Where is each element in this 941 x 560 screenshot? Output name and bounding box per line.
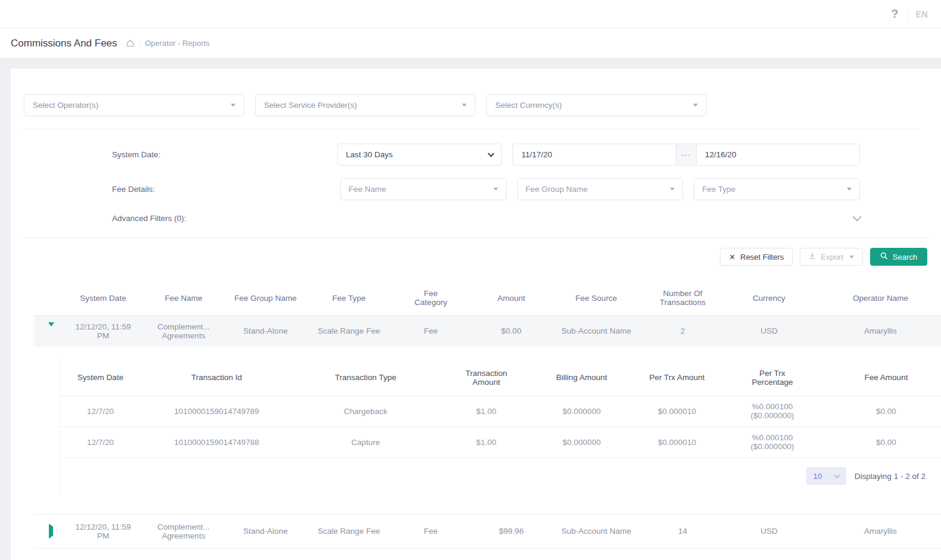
reset-filters-label: Reset Filters (740, 253, 784, 262)
col-header-transaction-id: Transaction Id (141, 360, 293, 396)
cell-transaction-id: 1010000159014749789 (141, 396, 293, 427)
col-header-number-of-transactions: Number Of Transactions (636, 281, 729, 315)
advanced-filters-expand-chevron-icon[interactable] (853, 213, 861, 221)
cell-fee-source: Sub-Account Name (556, 315, 636, 347)
close-icon: ✕ (729, 253, 735, 262)
fees-table: System Date Fee Name Fee Group Name Fee … (35, 281, 941, 347)
cell-operator-name: Amaryllis (809, 514, 941, 548)
cell-transaction-amount: $1.00 (439, 396, 534, 427)
col-header-system-date: System Date (60, 360, 141, 396)
advanced-filters-label: Advanced Filters (0): (112, 214, 187, 223)
cell-number-of-transactions: 2 (636, 315, 729, 347)
cell-transaction-type: Capture (293, 427, 439, 458)
date-from-input[interactable] (513, 144, 676, 166)
dashed-divider (24, 129, 917, 129)
cell-amount: $0.00 (467, 315, 556, 347)
cell-number-of-transactions: 14 (636, 514, 729, 548)
cell-system-date: 12/7/20 (60, 427, 141, 458)
fee-name-placeholder: Fee Name (349, 185, 386, 194)
advanced-filters-row: Advanced Filters (0): (112, 214, 860, 223)
date-to-input[interactable] (696, 144, 860, 166)
col-header-fee-amount: Fee Amount (820, 360, 941, 396)
fee-name-select[interactable]: Fee Name (340, 178, 507, 200)
chevron-down-icon (487, 150, 494, 157)
breadcrumb-separator: · (139, 40, 141, 47)
caret-down-icon (493, 188, 498, 191)
col-header-transaction-amount: Transaction Amount (439, 360, 534, 396)
currency-select[interactable]: Select Currency(s) (486, 94, 707, 116)
page-size-select[interactable]: 10 (806, 467, 846, 485)
col-header-system-date: System Date (67, 281, 139, 315)
cell-per-trx-amount: $0.000010 (629, 396, 725, 427)
reset-filters-button[interactable]: ✕ Reset Filters (720, 248, 793, 266)
col-header-per-trx-amount: Per Trx Amount (629, 360, 725, 396)
filter-row: Select Operator(s) Select Service Provid… (11, 94, 941, 116)
fees-table-continued: 12/12/20, 11:59 PM Complement... Agreeme… (35, 514, 941, 549)
date-range-preset-value: Last 30 Days (346, 150, 393, 159)
table-row[interactable]: 12/12/20, 11:59 PM Complement... Agreeme… (35, 315, 941, 347)
actions-toolbar: ✕ Reset Filters Export Search (11, 248, 927, 266)
page-size-value: 10 (813, 472, 822, 481)
cell-operator-name: Amaryllis (809, 315, 941, 347)
search-icon (880, 252, 888, 262)
cell-fee-category: Fee (395, 514, 467, 548)
cell-fee-amount: $0.00 (820, 427, 941, 458)
col-header-transaction-type: Transaction Type (293, 360, 439, 396)
cell-billing-amount: $0.000000 (534, 427, 629, 458)
col-header-fee-type: Fee Type (303, 281, 395, 315)
topbar-divider (907, 9, 908, 20)
system-date-label: System Date: (35, 150, 337, 159)
col-header-billing-amount: Billing Amount (534, 360, 629, 396)
cell-fee-group-name: Stand-Alone (228, 514, 303, 548)
fees-table-header-row: System Date Fee Name Fee Group Name Fee … (35, 281, 941, 315)
col-header-operator-name: Operator Name (809, 281, 941, 315)
expand-cell[interactable] (35, 514, 67, 548)
collapse-row-icon[interactable] (48, 322, 54, 335)
language-selector[interactable]: EN (916, 10, 928, 19)
page-content: Select Operator(s) Select Service Provid… (0, 58, 941, 560)
cell-transaction-id: 1010000159014749788 (141, 427, 293, 458)
cell-fee-amount: $0.00 (820, 396, 941, 427)
displaying-count-text: Displaying 1 - 2 of 2 (855, 472, 926, 481)
expand-column-header (35, 281, 67, 315)
search-button[interactable]: Search (870, 248, 927, 266)
col-header-amount: Amount (467, 281, 556, 315)
export-button[interactable]: Export (800, 248, 863, 266)
operator-select[interactable]: Select Operator(s) (24, 94, 244, 116)
cell-system-date: 12/12/20, 11:59 PM (67, 514, 139, 548)
caret-down-icon (847, 188, 852, 191)
date-range-group: ··· (513, 144, 860, 166)
table-row[interactable]: 12/12/20, 11:59 PM Complement... Agreeme… (35, 514, 941, 548)
download-icon (809, 252, 816, 262)
col-header-fee-category: Fee Category (395, 281, 467, 315)
caret-down-icon (849, 256, 854, 259)
date-range-picker-button[interactable]: ··· (676, 144, 697, 166)
cell-per-trx-percentage: %0.000100 ($0.000000) (725, 396, 820, 427)
col-header-fee-name: Fee Name (139, 281, 228, 315)
cell-fee-type: Scale Range Fee (303, 315, 395, 347)
fee-group-name-select[interactable]: Fee Group Name (517, 178, 684, 200)
chevron-down-icon (834, 472, 840, 478)
cell-fee-name: Complement... Agreements (139, 315, 228, 347)
transaction-detail-panel: System Date Transaction Id Transaction T… (60, 360, 941, 494)
expand-row-icon[interactable] (49, 524, 53, 539)
report-card: Select Operator(s) Select Service Provid… (11, 69, 941, 560)
cell-system-date: 12/12/20, 11:59 PM (67, 315, 139, 347)
fee-group-name-placeholder: Fee Group Name (526, 185, 588, 194)
cell-fee-name: Complement... Agreements (139, 514, 228, 548)
cell-currency: USD (729, 315, 809, 347)
col-header-currency: Currency (729, 281, 809, 315)
cell-per-trx-amount: $0.000010 (629, 427, 725, 458)
expand-cell[interactable] (35, 315, 67, 347)
fee-details-label: Fee Details: (35, 185, 340, 194)
caret-down-icon (693, 104, 698, 107)
date-range-preset-select[interactable]: Last 30 Days (337, 144, 502, 166)
fee-type-select[interactable]: Fee Type (694, 178, 860, 200)
fee-details-row: Fee Details: Fee Name Fee Group Name Fee… (35, 178, 860, 200)
col-header-fee-group-name: Fee Group Name (228, 281, 303, 315)
breadcrumb[interactable]: Operator - Reports (145, 39, 209, 48)
service-provider-select[interactable]: Select Service Provider(s) (255, 94, 476, 116)
help-icon[interactable]: ? (891, 7, 898, 21)
home-icon[interactable] (126, 39, 135, 48)
transaction-row: 12/7/20 1010000159014749788 Capture $1.0… (60, 427, 941, 458)
